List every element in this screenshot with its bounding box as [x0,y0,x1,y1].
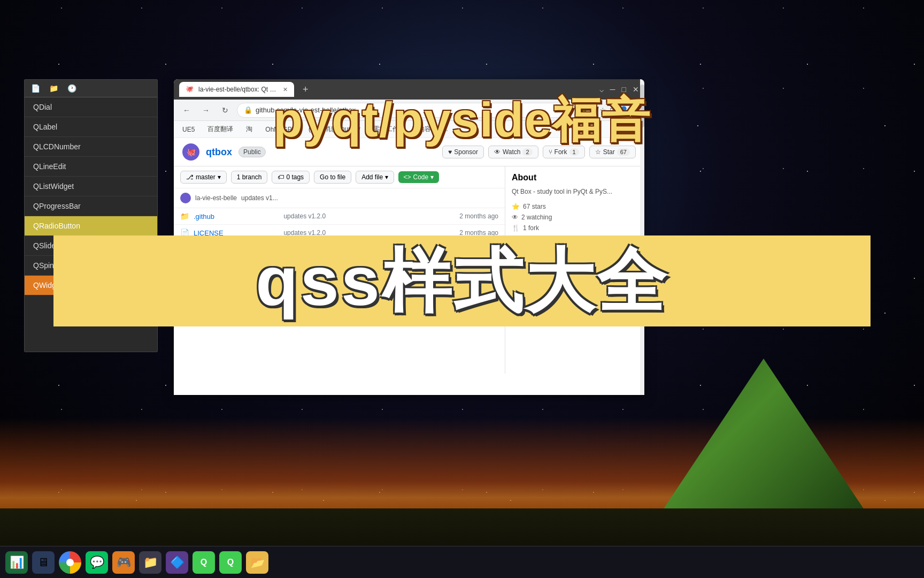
branch-icon: ⎇ [186,173,194,181]
eye-stat-icon: 👁 [512,214,518,221]
fork-icon: ⑂ [549,148,552,156]
taskbar-icon-qt2[interactable]: Q [219,551,242,574]
taskbar-icon-app3[interactable]: 🔷 [166,551,188,574]
go-to-file-button[interactable]: Go to file [314,171,351,184]
folder-icon[interactable]: 📁 [48,83,59,94]
commit-author[interactable]: la-vie-est-belle [195,194,237,202]
watch-count-badge: 2 [522,148,532,156]
file-row-github: 📁 .github updates v1.2.0 2 months ago [174,208,505,225]
star-count-badge: 67 [617,148,630,156]
heart-icon: ♥ [448,148,452,156]
commit-message[interactable]: updates v1... [241,194,278,202]
github-toolbar: ⎇ master ▾ 1 branch 🏷 0 tags Go to file [174,166,505,188]
add-file-button[interactable]: Add file ▾ [356,171,394,184]
star-icon: ☆ [595,148,601,156]
close-button[interactable]: ✕ [633,85,639,94]
taskbar-icon-wechat[interactable]: 💬 [86,551,108,574]
fork-stat: 🍴 1 fork [512,224,638,232]
star-stat-icon: ⭐ [512,203,520,210]
sidebar-item-qlistwidget[interactable]: QListWidget [25,177,157,196]
taskbar-icon-files[interactable]: 📊 [5,551,28,574]
overlay-bottom: qss样式大全 [53,235,871,326]
about-description: Qt Box - study tool in PyQt & PyS... [512,187,638,196]
overlay-top-text: pyqt/pyside福音 [107,94,817,147]
taskbar-icon-app2[interactable]: 🎮 [112,551,135,574]
chevron-down-icon[interactable]: ⌵ [599,85,604,94]
taskbar-icon-folder[interactable]: 📂 [246,551,268,574]
clock-icon[interactable]: 🕐 [66,83,77,94]
watching-stat: 👁 2 watching [512,214,638,221]
minimize-button[interactable]: ─ [610,85,615,94]
about-title: About [512,173,638,182]
tab-favicon: 🐙 [186,85,194,94]
file-time: 2 months ago [459,212,498,220]
sponsor-button[interactable]: ♥ Sponsor [442,146,484,158]
code-icon: <> [404,173,411,181]
eye-icon: 👁 [494,148,500,156]
new-file-icon[interactable]: 📄 [30,83,41,94]
repo-actions: ♥ Sponsor 👁 Watch 2 ⑂ Fork 1 ☆ Star 67 [442,146,636,158]
sidebar-item-qradiobutton[interactable]: QRadioButton [25,216,157,236]
latest-commit-row: la-vie-est-belle updates v1... [174,188,505,208]
sidebar-item-qprogressbar[interactable]: QProgressBar [25,196,157,216]
overlay-bottom-text: qss样式大全 [86,246,838,316]
taskbar-icon-explorer[interactable]: 📁 [139,551,161,574]
dropdown-icon: ▾ [218,173,221,181]
window-controls: ⌵ ─ □ ✕ [599,85,639,94]
taskbar-icons: 📊 🖥 💬 🎮 📁 🔷 Q Q 📂 [5,551,268,574]
commit-author-avatar [180,193,191,203]
overlay-top: pyqt/pyside福音 [107,94,817,147]
watch-button[interactable]: 👁 Watch 2 [488,146,538,158]
sidebar-item-qlineedit[interactable]: QLineEdit [25,157,157,177]
taskbar-icon-app[interactable]: 🖥 [32,551,55,574]
branches-button[interactable]: 1 branch [231,171,268,184]
folder-icon: 📁 [180,212,189,220]
fork-button[interactable]: ⑂ Fork 1 [543,146,585,158]
tab-close-button[interactable]: ✕ [283,86,288,93]
taskbar: 📊 🖥 💬 🎮 📁 🔷 Q Q 📂 [0,546,924,578]
code-button[interactable]: <> Code ▾ [398,171,440,183]
taskbar-icon-qt[interactable]: Q [192,551,215,574]
repo-name[interactable]: qtbox [206,147,232,158]
star-button[interactable]: ☆ Star 67 [589,146,636,158]
tag-icon: 🏷 [278,173,284,181]
taskbar-icon-chrome[interactable] [59,551,81,574]
code-dropdown-icon: ▾ [430,173,434,181]
maximize-button[interactable]: □ [622,85,626,94]
fork-count-badge: 1 [569,148,579,156]
branch-selector[interactable]: ⎇ master ▾ [180,171,227,184]
fork-stat-icon: 🍴 [512,224,520,232]
file-name[interactable]: .github [194,212,279,220]
tab-title: la-vie-est-belle/qtbox: Qt Box [198,86,279,93]
overlay-bottom-bg: qss样式大全 [53,235,871,326]
repo-visibility-badge: Public [238,147,266,157]
add-file-dropdown-icon: ▾ [385,173,388,181]
file-commit: updates v1.2.0 [283,212,455,220]
tags-button[interactable]: 🏷 0 tags [272,171,310,184]
stars-stat: ⭐ 67 stars [512,203,638,210]
